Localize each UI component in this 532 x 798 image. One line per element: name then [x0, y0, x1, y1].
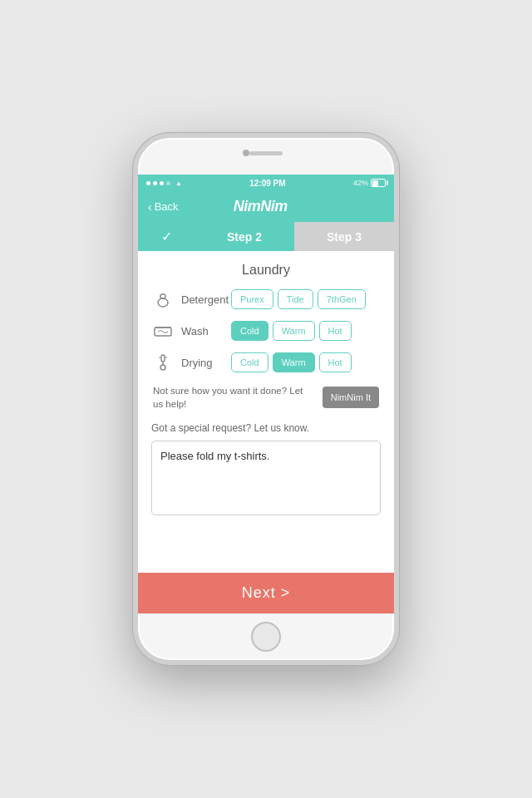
help-row: Not sure how you want it done? Let us he… — [151, 384, 381, 411]
detergent-row: Detergent Purex Tide 7thGen — [151, 289, 381, 309]
drying-label: Drying — [181, 357, 224, 369]
drying-buttons: Cold Warm Hot — [231, 352, 352, 372]
back-label: Back — [155, 200, 179, 213]
tide-button[interactable]: Tide — [278, 289, 313, 309]
signal-indicators: ▲ — [146, 180, 182, 187]
detergent-buttons: Purex Tide 7thGen — [231, 289, 366, 309]
home-button[interactable] — [251, 622, 281, 652]
back-button[interactable]: ‹ Back — [148, 200, 179, 214]
svg-point-7 — [160, 365, 165, 370]
phone-screen: ▲ 12:09 PM 42% ‹ Back NimNim ✓ — [138, 175, 394, 613]
signal-dot-4 — [166, 181, 170, 185]
battery-pct: 42% — [353, 179, 368, 187]
battery-icon — [371, 179, 386, 187]
back-chevron-icon: ‹ — [148, 200, 152, 214]
drying-icon — [151, 353, 175, 372]
status-bar: ▲ 12:09 PM 42% — [138, 175, 394, 191]
step-3-label: Step 3 — [327, 230, 362, 244]
wash-hot-button[interactable]: Hot — [319, 321, 352, 341]
nimnim-it-button[interactable]: NimNim It — [323, 387, 379, 408]
wash-warm-button[interactable]: Warm — [273, 321, 315, 341]
battery-area: 42% — [353, 179, 386, 187]
step-1-done[interactable]: ✓ — [138, 222, 195, 251]
signal-dot-2 — [153, 181, 157, 185]
svg-rect-5 — [161, 355, 165, 362]
step-2-label: Step 2 — [227, 230, 262, 244]
phone-frame: ▲ 12:09 PM 42% ‹ Back NimNim ✓ — [133, 133, 399, 665]
main-content: Laundry Detergent Purex Tide 7thGen — [138, 251, 394, 573]
wash-cold-button[interactable]: Cold — [231, 321, 268, 341]
battery-fill — [372, 180, 378, 186]
drying-warm-button[interactable]: Warm — [273, 352, 315, 372]
purex-button[interactable]: Purex — [231, 289, 273, 309]
detergent-label: Detergent — [181, 293, 224, 306]
step-3-inactive[interactable]: Step 3 — [294, 222, 394, 251]
signal-dot-3 — [160, 181, 164, 185]
svg-rect-1 — [160, 294, 165, 298]
wash-label: Wash — [181, 325, 224, 337]
wifi-icon: ▲ — [175, 180, 182, 187]
next-button[interactable]: Next > — [138, 573, 394, 613]
app-logo: NimNim — [234, 198, 288, 215]
section-title: Laundry — [151, 263, 381, 278]
7thgen-button[interactable]: 7thGen — [318, 289, 366, 309]
drying-cold-button[interactable]: Cold — [231, 352, 268, 372]
status-time: 12:09 PM — [249, 179, 285, 188]
special-request-section: Got a special request? Let us know. Plea… — [151, 422, 381, 519]
detergent-icon — [151, 291, 175, 308]
signal-dot-1 — [146, 181, 150, 185]
wash-icon — [151, 324, 175, 337]
help-text: Not sure how you want it done? Let us he… — [153, 384, 314, 411]
steps-bar: ✓ Step 2 Step 3 — [138, 222, 394, 251]
svg-point-0 — [158, 298, 168, 307]
step-2-active[interactable]: Step 2 — [195, 222, 294, 251]
special-request-label: Got a special request? Let us know. — [151, 422, 381, 434]
wash-buttons: Cold Warm Hot — [231, 321, 352, 341]
special-request-input[interactable]: Please fold my t-shirts. — [151, 441, 381, 515]
wash-row: Wash Cold Warm Hot — [151, 321, 381, 341]
app-header: ‹ Back NimNim — [138, 191, 394, 222]
camera-dot — [243, 150, 249, 156]
drying-row: Drying Cold Warm Hot — [151, 352, 381, 372]
drying-hot-button[interactable]: Hot — [319, 352, 352, 372]
checkmark-icon: ✓ — [161, 229, 172, 244]
